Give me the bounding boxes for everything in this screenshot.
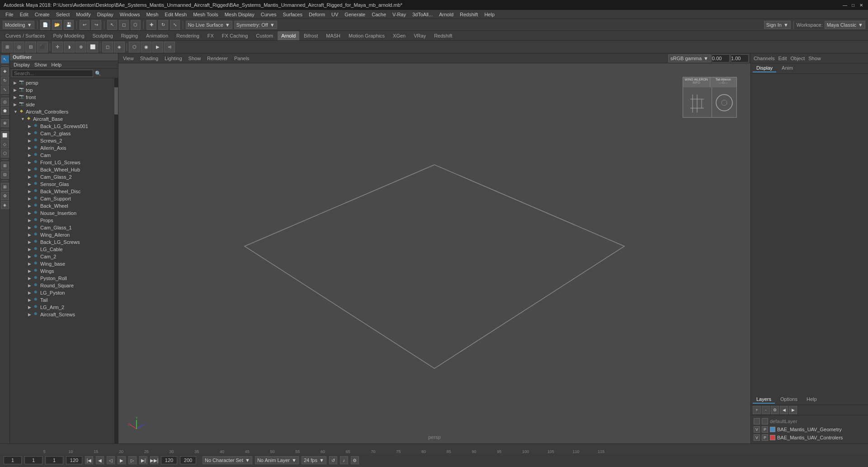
menu-item-modify[interactable]: Modify xyxy=(73,11,93,18)
soft-select-btn[interactable]: ◗ xyxy=(64,42,75,52)
viewport-menu-panels[interactable]: Panels xyxy=(231,55,252,62)
paint-tool[interactable]: ◎ xyxy=(1,98,9,106)
wireframe-btn[interactable]: ⬡ xyxy=(129,42,140,52)
undo-btn[interactable]: ↩ xyxy=(80,20,90,30)
layer-row-bae-mantis-uav-geometry[interactable]: V P BAE_Mantis_UAV_Geometry xyxy=(753,425,866,434)
viewport-menu-renderer[interactable]: Renderer xyxy=(204,55,231,62)
tree-item-pyston-roll[interactable]: ▶⊕Pyston_Roll xyxy=(10,275,114,282)
tree-item-top[interactable]: ▶📷top xyxy=(10,86,114,94)
menu-item-mesh[interactable]: Mesh xyxy=(143,11,161,18)
mode-tab-fx-caching[interactable]: FX Caching xyxy=(218,31,251,40)
paint-sel[interactable]: ⬡ xyxy=(1,149,9,157)
tree-arrow-wing-aileron[interactable]: ▶ xyxy=(28,233,33,237)
show-all-btn[interactable]: ◻ xyxy=(102,42,113,52)
no-character-dropdown[interactable]: No Character Set ▼ xyxy=(203,456,252,464)
prev-frame-btn[interactable]: ◀ xyxy=(96,456,104,464)
prev-key-btn[interactable]: ◁ xyxy=(107,456,115,464)
tree-arrow-nouse-insertion[interactable]: ▶ xyxy=(28,211,33,215)
tree-arrow-aircraft-screws[interactable]: ▶ xyxy=(28,312,33,317)
snap-grid-btn[interactable]: ⊞ xyxy=(2,42,13,52)
maximize-button[interactable]: □ xyxy=(850,2,856,8)
tree-arrow-back-lg-screws001[interactable]: ▶ xyxy=(28,124,33,129)
tree-item-lg-arm-2[interactable]: ▶⊕LG_Arm_2 xyxy=(10,304,114,311)
tree-item-side[interactable]: ▶📷side xyxy=(10,101,114,108)
new-file-btn[interactable]: 📄 xyxy=(40,20,50,30)
outliner-menu-show[interactable]: Show xyxy=(33,62,49,68)
lasso-tool-btn[interactable]: ◻ xyxy=(119,20,129,30)
menu-item-mesh-display[interactable]: Mesh Display xyxy=(222,11,257,18)
tree-arrow-cam-support[interactable]: ▶ xyxy=(28,196,33,201)
viewport-menu-shading[interactable]: Shading xyxy=(137,55,161,62)
tree-item-back-lg-screws[interactable]: ▶⊕Back_LG_Screws xyxy=(10,238,114,246)
tree-arrow-aircraft-controllers[interactable]: ▼ xyxy=(14,110,18,114)
tree-arrow-props[interactable]: ▶ xyxy=(28,218,33,223)
layer-vis-btn[interactable]: V xyxy=(754,426,760,433)
tree-item-back-lg-screws001[interactable]: ▶⊕Back_LG_Screws001 xyxy=(10,123,114,130)
select-tool[interactable]: ↖ xyxy=(1,55,9,63)
menu-item-surfaces[interactable]: Surfaces xyxy=(280,11,305,18)
tree-arrow-front[interactable]: ▶ xyxy=(14,95,18,100)
range-end-input[interactable] xyxy=(161,456,177,464)
scale-tool[interactable]: ⤡ xyxy=(1,86,9,94)
outliner-vscrollbar-thumb[interactable] xyxy=(114,87,118,114)
menu-item-redshift[interactable]: Redshift xyxy=(457,11,481,18)
tree-item-cam-glass-1[interactable]: ▶⊕Cam_Glass_1 xyxy=(10,224,114,231)
tree-arrow-cam-glass-2[interactable]: ▶ xyxy=(28,175,33,179)
step-fwd-btn[interactable]: ▶▶| xyxy=(150,456,158,464)
tree-arrow-back-wheel-disc[interactable]: ▶ xyxy=(28,189,33,194)
redo-btn[interactable]: ↪ xyxy=(91,20,101,30)
mode-dropdown[interactable]: Modeling ▼ xyxy=(3,21,34,29)
tree-item-ailerin-axis[interactable]: ▶⊕Ailerin_Axis xyxy=(10,144,114,152)
rp-header-channels[interactable]: Channels xyxy=(754,56,774,61)
tree-item-props[interactable]: ▶⊕Props xyxy=(10,217,114,224)
menu-item-cache[interactable]: Cache xyxy=(369,11,389,18)
menu-item-v-ray[interactable]: V-Ray xyxy=(390,11,409,18)
tree-item-cam[interactable]: ▶⊕Cam xyxy=(10,152,114,159)
tree-arrow-back-lg-screws[interactable]: ▶ xyxy=(28,240,33,244)
tree-arrow-back-wheel[interactable]: ▶ xyxy=(28,204,33,208)
tree-item-wings[interactable]: ▶⊕Wings xyxy=(10,267,114,275)
next-frame-btn[interactable]: ▶| xyxy=(139,456,147,464)
menu-item-select[interactable]: Select xyxy=(53,11,73,18)
tree-item-cam-glass-2[interactable]: ▶⊕Cam_Glass_2 xyxy=(10,173,114,181)
outliner-tree[interactable]: ▶📷persp▶📷top▶📷front▶📷side▼◆Aircraft_Cont… xyxy=(10,78,114,443)
tree-item-front[interactable]: ▶📷front xyxy=(10,94,114,101)
menu-item-edit[interactable]: Edit xyxy=(17,11,31,18)
range-start-input[interactable] xyxy=(66,456,82,464)
menu-item-uv[interactable]: UV xyxy=(329,11,341,18)
tree-item-aircraft-controllers[interactable]: ▼◆Aircraft_Controllers xyxy=(10,108,114,115)
tree-item-wing-base[interactable]: ▶⊕Wing_base xyxy=(10,260,114,267)
rotate-tool-btn[interactable]: ↻ xyxy=(158,20,168,30)
tree-arrow-cam-2-glass[interactable]: ▶ xyxy=(28,131,33,136)
tree-item-round-square[interactable]: ▶⊕Round_Square xyxy=(10,282,114,289)
menu-item-file[interactable]: File xyxy=(3,11,16,18)
isolate-sel[interactable]: ◈ xyxy=(1,201,9,209)
viewport-menu-show[interactable]: Show xyxy=(186,55,204,62)
menu-item-generate[interactable]: Generate xyxy=(342,11,368,18)
tree-arrow-top[interactable]: ▶ xyxy=(14,88,18,92)
tree-item-lg-cable[interactable]: ▶⊕LG_Cable xyxy=(10,246,114,253)
save-file-btn[interactable]: 💾 xyxy=(64,20,74,30)
tree-item-cam-2-glass[interactable]: ▶⊕Cam_2_glass xyxy=(10,130,114,137)
grid-vis[interactable]: ⊞ xyxy=(1,183,9,191)
tree-arrow-aircraft-base[interactable]: ▼ xyxy=(21,117,25,121)
tree-item-back-wheel-disc[interactable]: ▶⊕Back_Wheel_Disc xyxy=(10,188,114,195)
live-surface-dropdown[interactable]: No Live Surface ▼ xyxy=(186,21,232,29)
tree-item-tail[interactable]: ▶⊕Tail xyxy=(10,296,114,304)
mode-tab-bifrost[interactable]: Bifrost xyxy=(300,31,321,40)
menu-item-create[interactable]: Create xyxy=(32,11,52,18)
loop-btn[interactable]: ↺ xyxy=(329,456,337,464)
viewport-val2-input[interactable] xyxy=(731,54,749,62)
mode-tab-vray[interactable]: VRay xyxy=(410,31,429,40)
tree-arrow-screws-2[interactable]: ▶ xyxy=(28,138,33,143)
iso-select-btn[interactable]: ◈ xyxy=(114,42,125,52)
tree-arrow-sensor-glas[interactable]: ▶ xyxy=(28,182,33,186)
viewport-menu-view[interactable]: View xyxy=(120,55,137,62)
viewport-canvas[interactable]: WING AILERON INFO Tail Aileron ---G--- xyxy=(118,63,750,443)
xform-stack[interactable]: ⊞ xyxy=(1,162,9,170)
tree-item-aircraft-screws[interactable]: ▶⊕Aircraft_Screws xyxy=(10,311,114,318)
fps-dropdown[interactable]: 24 fps ▼ xyxy=(302,456,326,464)
tree-item-front-lg-screws[interactable]: ▶⊕Front_LG_Screws xyxy=(10,159,114,166)
menu-item-help[interactable]: Help xyxy=(481,11,497,18)
menu-item-windows[interactable]: Windows xyxy=(117,11,143,18)
